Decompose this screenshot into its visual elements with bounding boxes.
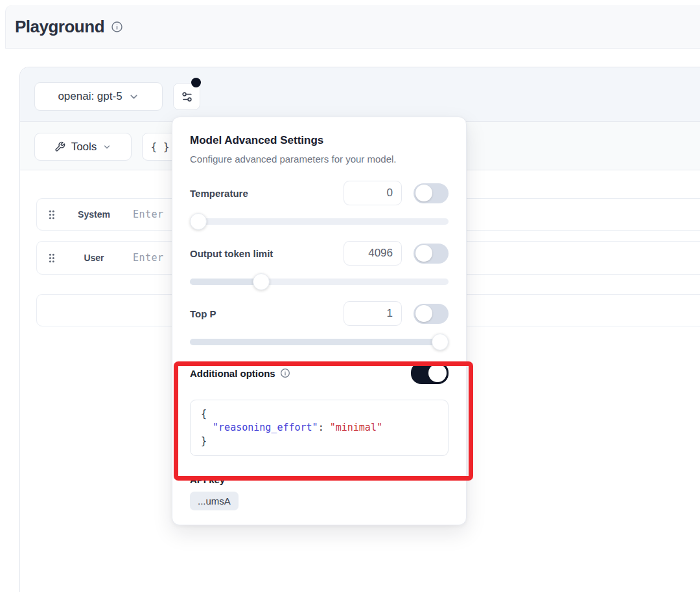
slider-fill — [190, 339, 449, 345]
tools-dropdown[interactable]: Tools — [34, 133, 132, 161]
info-icon[interactable] — [280, 368, 290, 378]
toggle-knob — [428, 364, 447, 382]
slider-thumb[interactable] — [432, 334, 449, 350]
additional-options-row: Additional options — [190, 362, 449, 384]
sliders-icon — [181, 91, 193, 103]
drag-handle-icon[interactable] — [48, 253, 55, 263]
braces-icon: { } — [151, 141, 170, 153]
drag-handle-icon[interactable] — [48, 210, 55, 220]
json-colon: : — [318, 422, 330, 433]
toggle-knob — [415, 185, 432, 201]
output-token-limit-toggle[interactable] — [414, 244, 449, 264]
model-advanced-settings-popover: Model Advanced Settings Configure advanc… — [172, 117, 467, 525]
chevron-down-icon — [102, 142, 111, 152]
message-input[interactable]: Enter — [133, 252, 164, 264]
json-value: "minimal" — [330, 422, 382, 433]
model-select-dropdown[interactable]: openai: gpt-5 — [34, 82, 163, 111]
chevron-down-icon — [128, 91, 139, 102]
additional-options-text: Additional options — [190, 368, 275, 379]
temperature-input[interactable] — [344, 181, 402, 205]
json-indent — [201, 422, 213, 433]
slider-track — [190, 218, 449, 225]
tools-label: Tools — [71, 141, 97, 154]
temperature-slider[interactable] — [190, 213, 449, 230]
settings-notification-dot — [191, 78, 201, 87]
output-token-limit-row: Output token limit — [190, 241, 449, 266]
api-key-badge[interactable]: ...umsA — [190, 492, 239, 510]
message-role-label[interactable]: System — [55, 209, 133, 220]
info-icon[interactable] — [111, 21, 123, 33]
message-role-label[interactable]: User — [55, 253, 133, 263]
additional-options-toggle[interactable] — [411, 362, 449, 384]
api-key-label: API key — [190, 474, 449, 485]
json-open-brace: { — [201, 408, 207, 420]
top-p-slider[interactable] — [190, 334, 449, 350]
toggle-knob — [415, 245, 432, 262]
additional-options-json-editor[interactable]: { "reasoning_effort": "minimal" } — [190, 400, 449, 456]
output-token-limit-input[interactable] — [344, 241, 402, 266]
wrench-icon — [54, 141, 65, 152]
json-key: "reasoning_effort" — [213, 422, 318, 433]
temperature-toggle[interactable] — [414, 183, 449, 203]
page-header: Playground — [5, 5, 700, 49]
top-p-label: Top P — [190, 308, 344, 319]
toggle-knob — [415, 305, 432, 322]
slider-thumb[interactable] — [190, 213, 207, 230]
output-token-limit-label: Output token limit — [190, 248, 344, 259]
popover-title: Model Advanced Settings — [190, 134, 449, 147]
top-p-row: Top P — [190, 301, 449, 326]
json-close-brace: } — [201, 435, 207, 447]
model-select-label: openai: gpt-5 — [58, 90, 122, 103]
top-p-toggle[interactable] — [414, 304, 449, 324]
slider-thumb[interactable] — [253, 273, 270, 290]
additional-options-label: Additional options — [190, 368, 411, 379]
output-token-limit-slider[interactable] — [190, 273, 449, 290]
popover-subtitle: Configure advanced parameters for your m… — [190, 154, 449, 165]
temperature-row: Temperature — [190, 181, 449, 205]
slider-fill — [190, 279, 257, 285]
message-input[interactable]: Enter — [133, 209, 164, 220]
top-p-input[interactable] — [344, 301, 402, 326]
page-title: Playground — [15, 17, 104, 37]
temperature-label: Temperature — [190, 188, 344, 199]
